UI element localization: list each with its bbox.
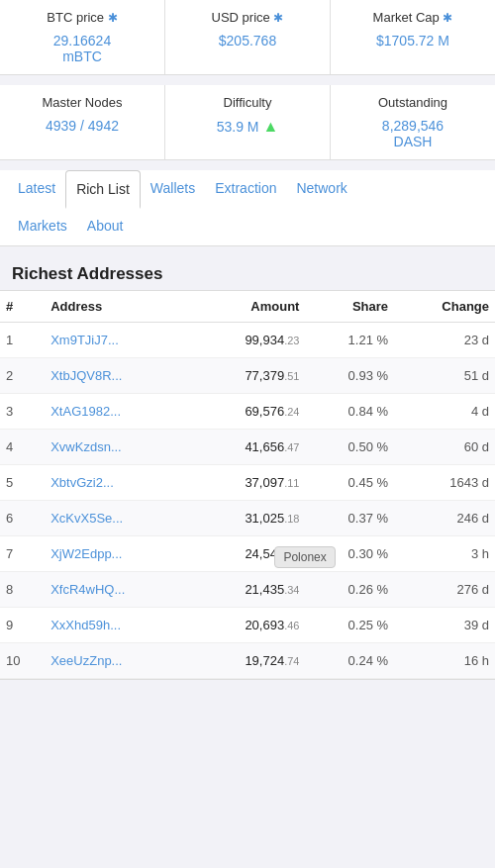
amount-main: 41,656 [245,439,284,454]
richest-addresses-table: # Address Amount Share Change 1Xm9TJiJ7.… [0,290,495,680]
cell-address[interactable]: XcKvX5Se... [45,501,192,536]
cell-share: 0.45 % [305,465,394,501]
outstanding-label: Outstanding [337,95,489,110]
btc-price-label: BTC price ✱ [6,10,158,25]
cell-rank: 7 [0,536,45,572]
market-cap-card: Market Cap ✱ $1705.72 M [331,0,495,74]
cell-share: 0.50 % [305,430,394,465]
cell-change: 39 d [394,608,495,643]
cell-rank: 9 [0,608,45,643]
address-link[interactable]: XeeUzZnp... [50,653,122,668]
cell-change: 60 d [394,430,495,465]
cell-address[interactable]: XfcR4wHQ... [45,572,192,608]
amount-dec: .46 [284,620,299,631]
table-row: 9XxXhd59h...20,693.460.25 %39 d [0,608,495,643]
nav-item-latest[interactable]: Latest [8,170,65,208]
btc-price-value: 29.16624mBTC [6,33,158,64]
amount-dec: .18 [284,513,299,525]
cell-amount: 24,540.18Polonex [192,536,306,572]
difficulty-card: Difficulty 53.9 M ▲ [165,85,331,159]
cell-share: 0.37 % [305,501,394,536]
address-link[interactable]: XtAG1982... [50,404,121,419]
amount-main: 31,025 [245,511,284,526]
address-link[interactable]: XcKvX5Se... [50,511,123,526]
cell-address[interactable]: Xm9TJiJ7... [45,323,192,358]
btc-price-card: BTC price ✱ 29.16624mBTC [0,0,165,74]
amount-main: 37,097 [245,475,284,490]
cell-address[interactable]: XxXhd59h... [45,608,192,643]
market-cap-label: Market Cap ✱ [337,10,489,25]
amount-dec: .24 [284,406,299,418]
cell-address[interactable]: XbtvGzi2... [45,465,192,501]
amount-main: 77,379 [245,368,284,383]
difficulty-label: Difficulty [171,95,324,110]
cell-share: 0.84 % [305,394,394,430]
address-link[interactable]: XjW2Edpp... [50,546,122,561]
cell-amount: 69,576.24 [192,394,306,430]
cell-address[interactable]: XtAG1982... [45,394,192,430]
cell-rank: 2 [0,358,45,394]
cell-address[interactable]: XjW2Edpp... [45,536,192,572]
rich-table: # Address Amount Share Change 1Xm9TJiJ7.… [0,291,495,679]
nav-item-markets[interactable]: Markets [8,208,77,245]
address-link[interactable]: XbtvGzi2... [50,475,114,490]
col-header-rank: # [0,291,45,323]
stats-row-2: Master Nodes 4939 / 4942 Difficulty 53.9… [0,85,495,160]
nav-item-about[interactable]: About [77,208,134,245]
nav-item-extraction[interactable]: Extraction [205,170,286,208]
amount-main: 19,724 [245,653,284,668]
amount-dec: .51 [284,370,299,382]
cell-amount: 19,724.74 [192,643,306,679]
cell-rank: 8 [0,572,45,608]
table-row: 8XfcR4wHQ...21,435.340.26 %276 d [0,572,495,608]
btc-asterisk: ✱ [108,11,118,25]
col-header-share: Share [305,291,394,323]
cell-amount: 31,025.18 [192,501,306,536]
usd-price-card: USD price ✱ $205.768 [165,0,331,74]
cell-address[interactable]: XeeUzZnp... [45,643,192,679]
amount-dec: .11 [284,477,299,489]
col-header-change: Change [394,291,495,323]
address-link[interactable]: XfcR4wHQ... [50,582,125,597]
cell-rank: 6 [0,501,45,536]
cell-amount: 20,693.46 [192,608,306,643]
cell-address[interactable]: XtbJQV8R... [45,358,192,394]
nav-item-wallets[interactable]: Wallets [141,170,205,208]
address-link[interactable]: XtbJQV8R... [50,368,122,383]
cell-change: 16 h [394,643,495,679]
table-row: 3XtAG1982...69,576.240.84 %4 d [0,394,495,430]
address-link[interactable]: XvwKzdsn... [50,439,122,454]
cell-change: 246 d [394,501,495,536]
cell-rank: 3 [0,394,45,430]
cell-share: 0.93 % [305,358,394,394]
nav-row-2: Markets About [8,208,487,245]
cell-rank: 10 [0,643,45,679]
nav-row-1: Latest Rich List Wallets Extraction Netw… [8,170,487,208]
cell-change: 23 d [394,323,495,358]
cell-address[interactable]: XvwKzdsn... [45,430,192,465]
difficulty-value: 53.9 M ▲ [171,118,324,136]
amount-dec: .74 [284,655,299,667]
cell-amount: 99,934.23 [192,323,306,358]
stats-row-1: BTC price ✱ 29.16624mBTC USD price ✱ $20… [0,0,495,75]
nav-item-rich-list[interactable]: Rich List [65,170,141,209]
market-asterisk: ✱ [443,11,452,25]
cell-change: 4 d [394,394,495,430]
table-row: 1Xm9TJiJ7...99,934.231.21 %23 d [0,323,495,358]
table-row: 2XtbJQV8R...77,379.510.93 %51 d [0,358,495,394]
amount-main: 69,576 [245,404,284,419]
master-nodes-label: Master Nodes [6,95,158,110]
table-row: 7XjW2Edpp...24,540.18Polonex0.30 %3 h [0,536,495,572]
nav-item-network[interactable]: Network [286,170,356,208]
address-link[interactable]: XxXhd59h... [50,618,121,632]
address-link[interactable]: Xm9TJiJ7... [50,333,119,347]
cell-change: 276 d [394,572,495,608]
cell-share: 0.25 % [305,608,394,643]
master-nodes-card: Master Nodes 4939 / 4942 [0,85,165,159]
navigation: Latest Rich List Wallets Extraction Netw… [0,170,495,246]
amount-main: 20,693 [245,618,284,632]
amount-dec: .34 [284,584,299,596]
cell-rank: 4 [0,430,45,465]
cell-share: 0.24 % [305,643,394,679]
cell-share: 0.26 % [305,572,394,608]
